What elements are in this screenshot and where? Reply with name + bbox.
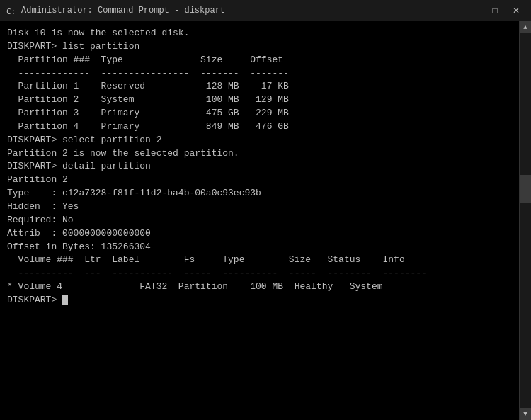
terminal-line: Type : c12a7328-f81f-11d2-ba4b-00a0c93ec…: [7, 187, 512, 200]
maximize-button[interactable]: □: [486, 4, 504, 18]
scroll-up-button[interactable]: ▲: [520, 21, 532, 33]
terminal-line: DISKPART> select partition 2: [7, 134, 512, 147]
title-bar: C: Administrator: Command Prompt - diskp…: [0, 0, 531, 21]
cmd-icon: C:: [6, 5, 17, 16]
terminal-line: Attrib : 0000000000000000: [7, 227, 512, 241]
terminal-line: Partition 2 is now the selected partitio…: [7, 147, 512, 161]
minimize-button[interactable]: ─: [464, 4, 483, 18]
terminal-line: DISKPART> detail partition: [7, 160, 512, 174]
terminal-line: Disk 10 is now the selected disk.: [7, 27, 512, 40]
title-controls: ─ □ ✕: [464, 4, 525, 18]
terminal-line: Partition 1 Reserved 128 MB 17 KB: [7, 80, 512, 93]
terminal-line: Partition ### Type Size Offset: [7, 54, 512, 67]
terminal-line: Hidden : Yes: [7, 200, 512, 214]
scroll-thumb[interactable]: [520, 175, 531, 203]
terminal-line: * Volume 4 FAT32 Partition 100 MB Health…: [7, 280, 512, 294]
terminal-line: Partition 2 System 100 MB 129 MB: [7, 93, 512, 107]
terminal-line: Partition 4 Primary 849 MB 476 GB: [7, 120, 512, 134]
window-title: Administrator: Command Prompt - diskpart: [21, 6, 225, 16]
terminal-line: Partition 2: [7, 174, 512, 187]
terminal-line: DISKPART> list partition: [7, 40, 512, 54]
terminal-line: ---------- --- ----------- ----- -------…: [7, 267, 512, 280]
terminal-line: Required: No: [7, 214, 512, 227]
close-button[interactable]: ✕: [507, 4, 525, 18]
terminal-line: Partition 3 Primary 475 GB 229 MB: [7, 107, 512, 120]
terminal-line: Offset in Bytes: 135266304: [7, 241, 512, 254]
scrollbar[interactable]: ▲ ▼: [519, 21, 531, 420]
scroll-track[interactable]: [520, 33, 531, 408]
main-wrapper: Disk 10 is now the selected disk.DISKPAR…: [0, 21, 531, 420]
terminal-line: DISKPART>: [7, 294, 512, 307]
terminal-line: ------------- ---------------- ------- -…: [7, 67, 512, 81]
title-left: C: Administrator: Command Prompt - diskp…: [6, 5, 225, 16]
scroll-down-button[interactable]: ▼: [520, 408, 532, 420]
terminal[interactable]: Disk 10 is now the selected disk.DISKPAR…: [0, 21, 519, 420]
svg-text:C:: C:: [6, 7, 16, 16]
terminal-line: Volume ### Ltr Label Fs Type Size Status…: [7, 254, 512, 267]
